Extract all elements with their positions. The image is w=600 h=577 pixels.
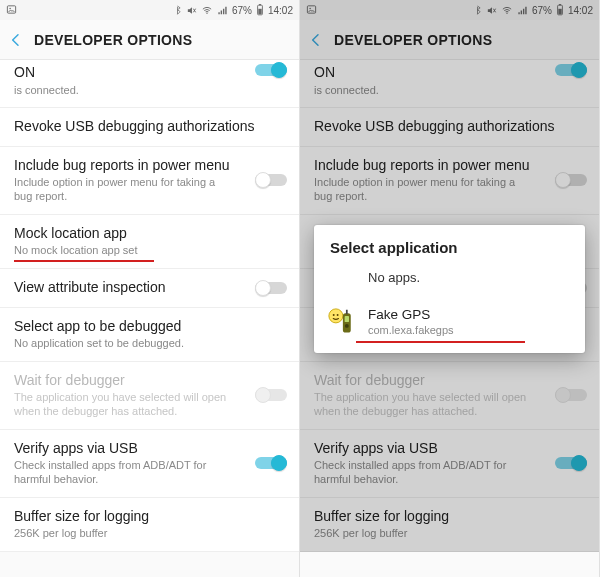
battery-text: 67% (232, 5, 252, 16)
wifi-icon (201, 5, 213, 16)
status-bar: 67% 14:02 (300, 0, 599, 20)
toggle-wait-debugger (255, 387, 287, 403)
row-sub: The application you have selected will o… (14, 391, 285, 419)
row-title: Buffer size for logging (314, 508, 585, 526)
row-title: Include bug reports in power menu (14, 157, 285, 175)
svg-point-8 (506, 12, 507, 13)
image-icon (6, 4, 17, 17)
row-title: Select app to be debugged (14, 318, 285, 336)
annotation-underline (356, 341, 525, 343)
row-mock-location[interactable]: Mock location app No mock location app s… (0, 215, 299, 269)
dialog-title: Select application (314, 225, 585, 266)
back-icon[interactable] (8, 32, 24, 48)
row-wait-for-debugger: Wait for debugger The application you ha… (300, 362, 599, 430)
toggle-master[interactable] (255, 62, 287, 78)
row-revoke-usb[interactable]: Revoke USB debugging authorizations (300, 108, 599, 147)
svg-rect-4 (259, 4, 261, 5)
mute-icon (186, 5, 197, 16)
toggle-verify-apps[interactable] (555, 455, 587, 471)
row-title: Revoke USB debugging authorizations (14, 118, 285, 136)
svg-rect-18 (346, 310, 348, 314)
svg-rect-16 (345, 316, 349, 322)
row-title: Wait for debugger (14, 372, 285, 390)
screenshot-left: 67% 14:02 DEVELOPER OPTIONS ON is connec… (0, 0, 300, 577)
row-sub: The application you have selected will o… (314, 391, 585, 419)
svg-point-7 (309, 7, 310, 8)
svg-rect-10 (559, 4, 561, 5)
bluetooth-icon (473, 5, 482, 16)
row-wait-for-debugger: Wait for debugger The application you ha… (0, 362, 299, 430)
svg-point-12 (329, 309, 343, 323)
signal-icon (517, 5, 528, 16)
header: DEVELOPER OPTIONS (0, 20, 299, 60)
row-master-switch[interactable]: ON is connected. (300, 60, 599, 108)
dialog-no-apps[interactable]: No apps. (314, 266, 585, 299)
page-title: DEVELOPER OPTIONS (34, 32, 192, 48)
svg-point-17 (345, 324, 349, 328)
row-verify-apps[interactable]: Verify apps via USB Check installed apps… (300, 430, 599, 498)
dialog-app-item[interactable]: Fake GPS com.lexa.fakegps (314, 299, 585, 353)
screenshot-right: 67% 14:02 DEVELOPER OPTIONS ON is connec… (300, 0, 600, 577)
page-title: DEVELOPER OPTIONS (334, 32, 492, 48)
row-revoke-usb[interactable]: Revoke USB debugging authorizations (0, 108, 299, 147)
row-sub: Check installed apps from ADB/ADT for ha… (314, 459, 585, 487)
row-sub: Include option in power menu for taking … (314, 176, 585, 204)
row-sub: is connected. (14, 84, 285, 98)
svg-point-14 (337, 314, 339, 316)
row-verify-apps[interactable]: Verify apps via USB Check installed apps… (0, 430, 299, 498)
row-sub: Include option in power menu for taking … (14, 176, 285, 204)
toggle-verify-apps[interactable] (255, 455, 287, 471)
image-icon (306, 4, 317, 17)
row-title: Mock location app (14, 225, 285, 243)
row-sub: 256K per log buffer (14, 527, 285, 541)
row-title: Wait for debugger (314, 372, 585, 390)
battery-text: 67% (532, 5, 552, 16)
mute-icon (486, 5, 497, 16)
row-title: Verify apps via USB (314, 440, 585, 458)
signal-icon (217, 5, 228, 16)
back-icon[interactable] (308, 32, 324, 48)
toggle-bug-reports[interactable] (555, 172, 587, 188)
toggle-master[interactable] (555, 62, 587, 78)
toggle-view-attribute[interactable] (255, 280, 287, 296)
toggle-wait-debugger (555, 387, 587, 403)
svg-point-1 (9, 7, 10, 8)
bluetooth-icon (173, 5, 182, 16)
row-sub: is connected. (314, 84, 585, 98)
row-title: View attribute inspection (14, 279, 285, 297)
row-title: Include bug reports in power menu (314, 157, 585, 175)
row-bug-reports[interactable]: Include bug reports in power menu Includ… (0, 147, 299, 215)
row-sub: Check installed apps from ADB/ADT for ha… (14, 459, 285, 487)
row-title: Revoke USB debugging authorizations (314, 118, 585, 136)
status-bar: 67% 14:02 (0, 0, 299, 20)
row-buffer-size[interactable]: Buffer size for logging 256K per log buf… (300, 498, 599, 552)
svg-rect-11 (558, 9, 561, 14)
toggle-bug-reports[interactable] (255, 172, 287, 188)
row-select-debug-app[interactable]: Select app to be debugged No application… (0, 308, 299, 362)
battery-icon (556, 4, 564, 16)
annotation-underline (14, 260, 154, 262)
clock-text: 14:02 (568, 5, 593, 16)
dialog-app-name: Fake GPS (368, 307, 454, 323)
row-title: Verify apps via USB (14, 440, 285, 458)
settings-list: ON is connected. Revoke USB debugging au… (0, 60, 299, 552)
row-sub: No application set to be debugged. (14, 337, 285, 351)
row-master-switch[interactable]: ON is connected. (0, 60, 299, 108)
row-view-attribute[interactable]: View attribute inspection (0, 269, 299, 308)
fake-gps-icon (328, 308, 356, 336)
svg-point-13 (333, 314, 335, 316)
row-buffer-size[interactable]: Buffer size for logging 256K per log buf… (0, 498, 299, 552)
row-sub: 256K per log buffer (314, 527, 585, 541)
select-application-dialog: Select application No apps. Fake GPS com… (314, 225, 585, 353)
header: DEVELOPER OPTIONS (300, 20, 599, 60)
row-title: ON (314, 64, 585, 82)
dialog-app-package: com.lexa.fakegps (368, 324, 454, 337)
row-title: ON (14, 64, 285, 82)
svg-rect-5 (258, 9, 261, 14)
battery-icon (256, 4, 264, 16)
row-bug-reports[interactable]: Include bug reports in power menu Includ… (300, 147, 599, 215)
row-title: Buffer size for logging (14, 508, 285, 526)
clock-text: 14:02 (268, 5, 293, 16)
wifi-icon (501, 5, 513, 16)
row-sub: No mock location app set (14, 244, 285, 258)
